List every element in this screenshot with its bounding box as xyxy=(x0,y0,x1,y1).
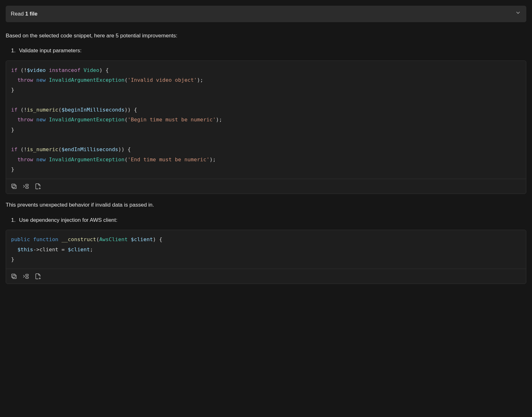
new-file-icon[interactable] xyxy=(35,183,42,190)
read-file-header[interactable]: Read 1 file xyxy=(6,6,526,22)
svg-rect-2 xyxy=(26,184,28,186)
svg-rect-8 xyxy=(26,274,28,276)
code-toolbar xyxy=(6,269,526,284)
read-file-prefix: Read xyxy=(11,11,25,17)
insert-at-cursor-icon[interactable] xyxy=(23,273,29,280)
explanation-1: This prevents unexpected behavior if inv… xyxy=(6,201,526,209)
svg-rect-3 xyxy=(26,187,28,189)
new-file-icon[interactable] xyxy=(35,273,42,280)
intro-text: Based on the selected code snippet, here… xyxy=(6,32,526,40)
svg-rect-1 xyxy=(12,184,15,188)
copy-icon[interactable] xyxy=(10,273,17,280)
list-item: Validate input parameters: xyxy=(17,47,526,55)
code-toolbar xyxy=(6,179,526,194)
chevron-down-icon xyxy=(515,10,521,18)
svg-rect-0 xyxy=(13,185,16,189)
read-file-count: 1 file xyxy=(25,11,37,17)
read-file-label: Read 1 file xyxy=(11,10,37,18)
copy-icon[interactable] xyxy=(10,183,17,190)
code-block-1: if (!$video instanceof Video) { throw ne… xyxy=(6,61,526,194)
suggestion-list-1: Validate input parameters: xyxy=(17,47,526,55)
suggestion-list-2: Use dependency injection for AWS client: xyxy=(17,216,526,224)
code-content: public function __construct(AwsClient $c… xyxy=(6,230,526,269)
code-block-2: public function __construct(AwsClient $c… xyxy=(6,230,526,284)
svg-rect-9 xyxy=(26,277,28,279)
svg-rect-6 xyxy=(13,275,16,279)
insert-at-cursor-icon[interactable] xyxy=(23,183,29,190)
svg-rect-7 xyxy=(12,274,15,278)
code-content: if (!$video instanceof Video) { throw ne… xyxy=(6,61,526,179)
list-item: Use dependency injection for AWS client: xyxy=(17,216,526,224)
